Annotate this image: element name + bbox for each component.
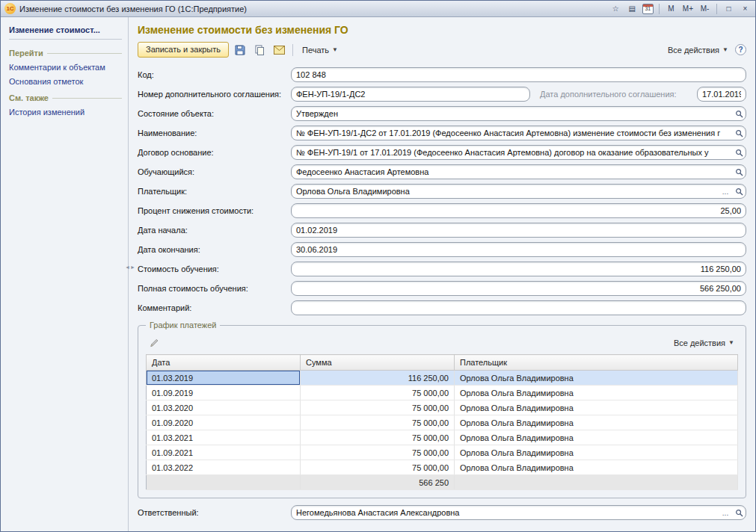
mail-icon[interactable]	[271, 42, 287, 58]
payments-all-actions-button[interactable]: Все действия ▼	[670, 337, 738, 349]
table-row[interactable]: 01.03.2022 75 000,00 Орлова Ольга Владим…	[147, 460, 738, 475]
cell-payer[interactable]: Орлова Ольга Владимировна	[455, 445, 738, 460]
total-empty-cell	[147, 475, 301, 490]
responsible-field: ...	[291, 505, 746, 520]
1c-logo-icon[interactable]: 1С	[4, 3, 16, 14]
field-label: Обучающийся:	[138, 167, 291, 176]
cell-payer[interactable]: Орлова Ольга Владимировна	[455, 460, 738, 475]
calendar-icon[interactable]: 31	[642, 4, 654, 14]
object-state-lookup-icon[interactable]	[732, 107, 746, 120]
client-area: Изменение стоимост... Перейти Комментари…	[1, 17, 755, 531]
sidebar-item-change-history[interactable]: История изменений	[9, 108, 122, 117]
field-row-comment: Комментарий:	[138, 298, 746, 318]
maximize-button[interactable]: □	[722, 3, 735, 15]
discount-input[interactable]	[292, 204, 746, 217]
payer-select-button[interactable]: ...	[719, 185, 732, 198]
object-state-input[interactable]	[292, 107, 732, 120]
responsible-lookup-icon[interactable]	[732, 506, 746, 519]
sidebar-item-mark-reasons[interactable]: Основания отметок	[9, 77, 122, 86]
cell-payer[interactable]: Орлова Ольга Владимировна	[455, 400, 738, 415]
field-row-responsible: Ответственный: ...	[138, 503, 746, 522]
name-lookup-icon[interactable]	[732, 126, 746, 140]
tuition-cost-field	[291, 262, 746, 276]
table-row[interactable]: 01.09.2019 75 000,00 Орлова Ольга Владим…	[147, 386, 738, 400]
cell-amount[interactable]: 75 000,00	[301, 445, 455, 460]
sidebar-item-comments[interactable]: Комментарии к объектам	[9, 63, 122, 72]
full-cost-input[interactable]	[292, 282, 746, 295]
code-input[interactable]	[292, 68, 746, 81]
name-field	[291, 126, 746, 140]
table-row[interactable]: 01.03.2020 75 000,00 Орлова Ольга Владим…	[147, 400, 738, 415]
print-menu-button[interactable]: Печать ▼	[298, 44, 342, 56]
cell-amount[interactable]: 75 000,00	[301, 415, 455, 430]
save-icon[interactable]	[232, 42, 248, 58]
cell-amount[interactable]: 116 250,00	[301, 371, 455, 386]
memory-m-minus-button[interactable]: М-	[698, 3, 711, 15]
copy-document-icon[interactable]	[251, 42, 268, 58]
edit-pencil-icon[interactable]	[146, 335, 162, 350]
cell-amount[interactable]: 75 000,00	[301, 386, 455, 400]
table-row[interactable]: 01.09.2021 75 000,00 Орлова Ольга Владим…	[147, 445, 738, 460]
cell-payer[interactable]: Орлова Ольга Владимировна	[455, 415, 738, 430]
date-end-field	[291, 242, 746, 257]
form-toolbar: Записать и закрыть Печать ▼ Все действ	[138, 42, 746, 58]
field-row-tuition-cost: Стоимость обучения:	[138, 259, 746, 279]
date-start-input[interactable]	[292, 223, 746, 237]
cell-date[interactable]: 01.03.2020	[147, 400, 301, 415]
cell-amount[interactable]: 75 000,00	[301, 460, 455, 475]
divider	[47, 53, 122, 54]
date-end-input[interactable]	[292, 243, 746, 256]
tuition-cost-input[interactable]	[292, 262, 746, 276]
cell-payer[interactable]: Орлова Ольга Владимировна	[455, 430, 738, 445]
cell-amount[interactable]: 75 000,00	[301, 400, 455, 415]
field-row-code: Код:	[138, 65, 746, 84]
all-actions-label: Все действия	[674, 338, 725, 347]
field-label: Наименование:	[138, 129, 291, 137]
contract-lookup-icon[interactable]	[732, 146, 746, 159]
column-header-payer[interactable]: Плательщик	[455, 355, 738, 371]
payer-lookup-icon[interactable]	[732, 185, 746, 198]
table-row[interactable]: 01.03.2021 75 000,00 Орлова Ольга Владим…	[147, 430, 738, 445]
cell-date[interactable]: 01.03.2019	[147, 371, 301, 386]
comment-input[interactable]	[292, 301, 746, 315]
splitter-grip-icon[interactable]: ◄►	[125, 264, 132, 270]
cell-payer[interactable]: Орлова Ольга Владимировна	[455, 371, 738, 386]
student-input[interactable]	[292, 165, 732, 179]
cell-date[interactable]: 01.03.2021	[147, 430, 301, 445]
cell-date[interactable]: 01.09.2021	[147, 445, 301, 460]
cell-payer[interactable]: Орлова Ольга Владимировна	[455, 386, 738, 400]
groupbox-title: График платежей	[146, 321, 220, 330]
cell-date[interactable]: 01.09.2020	[147, 415, 301, 430]
table-header-row: Дата Сумма Плательщик	[147, 355, 738, 371]
save-and-close-button[interactable]: Записать и закрыть	[138, 42, 229, 58]
help-button[interactable]: ?	[735, 44, 746, 55]
clipboard-icon[interactable]: ▤	[626, 3, 639, 15]
table-row[interactable]: 01.03.2019 116 250,00 Орлова Ольга Влади…	[147, 371, 738, 386]
column-header-amount[interactable]: Сумма	[301, 355, 455, 371]
close-button[interactable]: ×	[739, 3, 752, 15]
agreement-date-input[interactable]	[698, 87, 746, 101]
field-label: Состояние объекта:	[138, 109, 291, 118]
field-row-full-cost: Полная стоимость обучения:	[138, 279, 746, 298]
section-header-label: См. также	[9, 93, 49, 102]
cell-amount[interactable]: 75 000,00	[301, 430, 455, 445]
cell-date[interactable]: 01.03.2022	[147, 460, 301, 475]
cell-date[interactable]: 01.09.2019	[147, 386, 301, 400]
agreement-number-input[interactable]	[292, 87, 529, 101]
code-field	[291, 67, 746, 82]
field-label: Договор основание:	[138, 148, 291, 157]
name-input[interactable]	[292, 126, 732, 140]
form-fields: Код: Номер дополнительного соглашения: Д…	[138, 65, 746, 318]
column-header-date[interactable]: Дата	[147, 355, 301, 371]
memory-m-button[interactable]: М	[665, 3, 677, 15]
responsible-select-button[interactable]: ...	[719, 506, 732, 519]
payer-input[interactable]	[292, 185, 719, 198]
all-actions-button[interactable]: Все действия ▼	[664, 44, 732, 56]
responsible-input[interactable]	[292, 506, 719, 519]
sidebar-splitter[interactable]: ◄►	[128, 17, 129, 531]
student-lookup-icon[interactable]	[732, 165, 746, 179]
table-row[interactable]: 01.09.2020 75 000,00 Орлова Ольга Владим…	[147, 415, 738, 430]
memory-m-plus-button[interactable]: М+	[681, 3, 695, 15]
contract-input[interactable]	[292, 146, 732, 159]
favorites-star-icon[interactable]: ☆	[609, 3, 622, 15]
